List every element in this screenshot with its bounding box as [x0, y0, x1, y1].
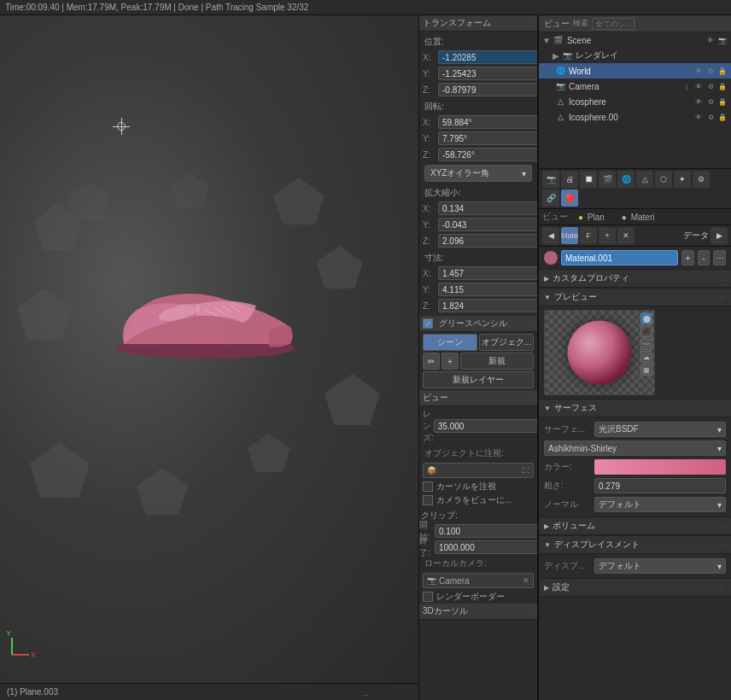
pos-x-input[interactable]	[438, 50, 538, 64]
props-icon-output[interactable]: 🖨	[561, 171, 578, 188]
camera-clear[interactable]: ✕	[523, 576, 529, 585]
custom-props-header[interactable]: ▶ カスタムプロパティ ::	[539, 269, 731, 288]
new-layer-btn[interactable]: 新規レイヤー	[423, 371, 534, 388]
displacement-header[interactable]: ▼ ディスプレイスメント ::	[539, 535, 731, 554]
tab-plan[interactable]: ● Plan	[571, 212, 611, 223]
pos-y-input[interactable]	[438, 67, 538, 80]
outliner-search-input[interactable]	[592, 18, 635, 30]
object-tab[interactable]: オブジェク...	[479, 334, 534, 351]
cam-action-1[interactable]: |	[681, 81, 692, 91]
mat-minus-btn[interactable]: -	[698, 250, 711, 265]
mat-tab-f[interactable]: F	[580, 227, 597, 244]
mat-remove-btn[interactable]: ✕	[617, 227, 635, 244]
props-icon-render[interactable]: 📷	[542, 171, 559, 188]
props-icon-object[interactable]: △	[636, 171, 653, 188]
add-icon-btn[interactable]: +	[442, 353, 459, 370]
dim-y-input[interactable]	[438, 283, 538, 296]
camera-to-view-row[interactable]: カメラをビューに...	[419, 493, 537, 507]
ico1-action-2[interactable]: ⚙	[705, 96, 716, 107]
mat-add-btn[interactable]: +	[599, 227, 616, 244]
cam-action-2[interactable]: 👁	[693, 81, 704, 91]
disp-dropdown[interactable]: デフォルト ▾	[594, 558, 726, 574]
new-btn[interactable]: 新規	[460, 353, 534, 370]
props-icon-physics[interactable]: ⚙	[693, 171, 710, 188]
surface-header[interactable]: ▼ サーフェス ::	[539, 399, 731, 417]
mat-data-btn[interactable]: ▶	[711, 227, 728, 244]
surface-type-dropdown[interactable]: 光沢BSDF ▾	[594, 422, 726, 437]
props-icon-view[interactable]: 🔲	[580, 171, 597, 188]
outliner-item-world[interactable]: 🌐 World 👁 ⚙ 🔒	[539, 63, 731, 79]
cursor-focus-row[interactable]: カーソルを注視	[419, 480, 537, 493]
dim-x-input[interactable]	[438, 266, 538, 280]
ico2-action-3[interactable]: 🔒	[717, 112, 728, 122]
outliner-item-scene[interactable]: ▼ 🎬 Scene 👁 📷	[539, 32, 731, 48]
cam-action-4[interactable]: 🔒	[717, 81, 728, 91]
props-icon-material[interactable]: 🔴	[561, 190, 578, 207]
shader-dropdown[interactable]: Ashikhmin-Shirley ▾	[544, 440, 726, 456]
mat-extra-btn[interactable]: ⋯	[713, 250, 726, 265]
ico1-action-3[interactable]: 🔒	[717, 96, 728, 107]
transform-header[interactable]: トランスフォーム ::	[419, 15, 537, 32]
preview-header[interactable]: ▼ プレビュー ::	[539, 288, 731, 306]
preview-sphere-btn[interactable]: ⬤	[640, 312, 652, 324]
pos-z-input[interactable]	[438, 83, 538, 96]
scale-x-input[interactable]	[438, 201, 538, 215]
view-section-header[interactable]: ビュー ::	[419, 390, 537, 406]
outliner-item-render[interactable]: ▶ 📷 レンダレイ	[539, 48, 731, 63]
preview-carpet-btn[interactable]: ▦	[640, 364, 652, 376]
volume-header[interactable]: ▶ ボリューム ::	[539, 516, 731, 535]
scene-action-2[interactable]: 📷	[717, 35, 728, 45]
render-border-checkbox[interactable]	[423, 592, 433, 602]
tab-materi[interactable]: ● Materi	[615, 212, 662, 223]
mat-prev-btn[interactable]: ◀	[542, 227, 559, 244]
cam-action-3[interactable]: ⚙	[705, 81, 716, 91]
rot-z-input[interactable]	[438, 148, 538, 161]
lens-input[interactable]	[434, 419, 538, 433]
material-color-swatch[interactable]	[544, 251, 558, 265]
preview-sky-btn[interactable]: ☁	[640, 351, 652, 363]
render-border-row[interactable]: レンダーボーダー	[419, 590, 537, 604]
mat-tab-mate[interactable]: Mate	[561, 227, 578, 244]
pencil-icon-btn[interactable]: ✏	[423, 353, 440, 370]
color-swatch-bar[interactable]	[594, 459, 726, 475]
cursor-3d-header[interactable]: 3Dカーソル ::	[419, 604, 537, 620]
settings-header[interactable]: ▶ 設定 ::	[539, 578, 731, 597]
props-icon-mesh[interactable]: ⬡	[655, 171, 672, 188]
roughness-input[interactable]	[594, 478, 726, 493]
ico1-action-1[interactable]: 👁	[693, 96, 704, 107]
scene-tab[interactable]: シーン	[423, 334, 477, 351]
props-icon-constraint[interactable]: 🔗	[542, 190, 559, 207]
rotation-mode-dropdown[interactable]: XYZオイラー角 ▾	[424, 165, 532, 182]
props-icon-world[interactable]: 🌐	[617, 171, 635, 188]
world-action-1[interactable]: 👁	[693, 66, 704, 76]
mat-plus-btn[interactable]: +	[681, 250, 694, 265]
grease-pencil-checkbox[interactable]: ✓	[423, 318, 433, 329]
rot-y-input[interactable]	[438, 131, 538, 145]
scale-y-input[interactable]	[438, 218, 538, 231]
object-focus-field[interactable]: 📦 ⛶	[423, 463, 534, 478]
ico2-action-1[interactable]: 👁	[693, 112, 704, 122]
normal-dropdown[interactable]: デフォルト ▾	[594, 497, 726, 512]
viewport[interactable]: X Y (1) Plane.003	[0, 15, 418, 700]
camera-to-view-checkbox[interactable]	[423, 495, 433, 505]
world-action-3[interactable]: 🔒	[717, 66, 728, 76]
clip-start-input[interactable]	[435, 524, 538, 538]
dim-z-input[interactable]	[438, 299, 538, 312]
outliner-item-camera[interactable]: 📷 Camera | 👁 ⚙ 🔒	[539, 79, 731, 94]
preview-plane-btn[interactable]: ⬛	[640, 325, 652, 337]
material-name-input[interactable]	[561, 250, 678, 265]
ico2-action-2[interactable]: ⚙	[705, 112, 716, 122]
outliner-item-ico1[interactable]: △ Icosphere 👁 ⚙ 🔒	[539, 94, 731, 109]
scale-z-input[interactable]	[438, 234, 538, 248]
viewport-canvas[interactable]: X Y	[0, 15, 418, 683]
scene-action-1[interactable]: 👁	[705, 35, 716, 45]
preview-hair-btn[interactable]: 〰	[640, 338, 652, 350]
props-icon-particle[interactable]: ✦	[674, 171, 691, 188]
rot-x-input[interactable]	[438, 115, 538, 129]
grease-pencil-header[interactable]: ✓ グリースペンシル ::	[419, 316, 537, 332]
props-icon-scene[interactable]: 🎬	[599, 171, 616, 188]
world-action-2[interactable]: ⚙	[705, 66, 716, 76]
cursor-focus-checkbox[interactable]	[423, 481, 433, 492]
object-focus-link[interactable]: ⛶	[523, 467, 529, 475]
clip-end-input[interactable]	[435, 540, 538, 554]
